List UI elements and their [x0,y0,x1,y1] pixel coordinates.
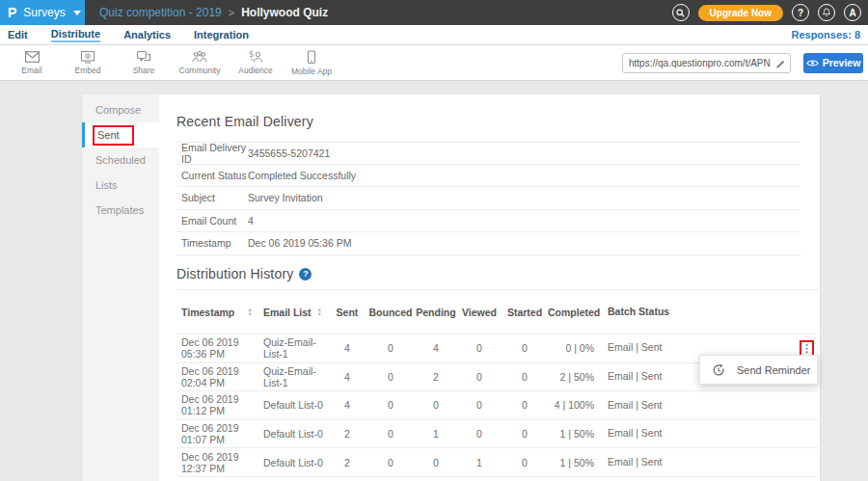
cell-started: 0 [502,399,548,411]
channel-list: Email Embed Share Community $ Audience M… [0,50,339,76]
cell-pending: 0 [415,399,457,411]
community-icon [191,50,208,64]
cell-batch-status: Email | Sent [594,399,671,413]
recent-delivery-table: Email Delivery ID3455655-5207421 Current… [176,142,800,255]
sidebar-item-templates[interactable]: Templates [82,198,159,223]
send-reminder-item[interactable]: Send Reminder [737,364,810,376]
kv-row: SubjectSurvey Invitation [176,187,800,210]
kv-value: 3455655-5207421 [248,147,330,159]
col-sent: Sent [328,307,366,318]
svg-text:$: $ [249,50,254,59]
cell-batch-status: Email | Sent [594,427,671,441]
cell-viewed: 1 [457,457,502,468]
kv-label: Timestamp [176,237,248,249]
channel-embed[interactable]: Embed [60,50,116,76]
cell-pending: 0 [415,457,457,468]
channel-label: Audience [238,66,272,75]
cell-bounced: 0 [366,457,415,468]
cell-pending: 4 [415,342,457,354]
history-row: Dec 06 2019 01:12 PM Default List-0 4 0 … [176,391,818,420]
top-bar: P Surveys Quiz competition - 2019 > Holl… [0,0,868,25]
cell-bounced: 0 [366,399,415,411]
account-avatar[interactable]: A [844,4,861,21]
col-email-list: Email List [263,307,312,318]
cell-sent: 2 [328,428,366,440]
breadcrumb-folder[interactable]: Quiz competition - 2019 [99,6,222,19]
cell-completed: 0 | 0% [548,342,594,354]
cell-started: 0 [502,428,548,440]
eye-icon [806,59,819,67]
cell-email-list: Default List-0 [258,428,328,440]
surveys-menu[interactable]: P Surveys [0,0,85,25]
cell-batch-status: Email | Sent [594,341,671,355]
cell-email-list: Default List-0 [258,457,328,468]
channel-share[interactable]: Share [116,50,172,76]
cell-sent: 4 [328,342,366,354]
col-viewed: Viewed [457,307,502,318]
responses-count[interactable]: Responses: 8 [791,29,868,40]
sort-icon[interactable]: ▲▼ [248,307,253,316]
cell-started: 0 [502,342,548,354]
cell-timestamp: Dec 06 2019 05:36 PM [176,336,258,360]
cell-sent: 4 [328,399,366,411]
chevron-down-icon [73,11,81,15]
main-panel: Recent Email Delivery Email Delivery ID3… [159,94,820,481]
questionpro-distribute-page: P Surveys Quiz competition - 2019 > Holl… [0,0,868,481]
channel-label: Share [133,66,155,75]
upgrade-now-button[interactable]: Upgrade Now [698,5,783,21]
cell-completed: 2 | 50% [548,371,594,383]
tab-integration[interactable]: Integration [194,29,249,41]
help-tooltip-icon[interactable]: ? [299,268,312,281]
history-row: Dec 06 2019 01:07 PM Default List-0 2 0 … [176,420,818,449]
cell-viewed: 0 [457,371,502,383]
channel-label: Email [21,66,41,75]
tab-distribute[interactable]: Distribute [51,28,100,42]
tab-edit[interactable]: Edit [8,29,28,41]
cell-timestamp: Dec 06 2019 01:12 PM [176,393,258,416]
kv-label: Current Status [176,170,248,181]
content-card: Compose Sent Scheduled Lists Templates R… [82,94,820,481]
kv-row: Email Count4 [176,210,800,233]
cell-completed: 1 | 50% [548,457,594,468]
mobile-app-icon [307,50,316,65]
tab-analytics[interactable]: Analytics [123,29,171,41]
annotation-highlight: Sent [93,125,134,146]
sidebar-item-lists[interactable]: Lists [82,173,159,198]
channel-email[interactable]: Email [4,50,60,76]
kv-value: Survey Invitation [248,192,323,203]
sidebar-item-compose[interactable]: Compose [82,97,159,122]
sort-icon[interactable]: ▲▼ [317,307,322,316]
cell-pending: 1 [415,428,457,440]
channel-audience[interactable]: $ Audience [228,50,284,76]
edit-url-icon[interactable] [774,57,786,74]
search-icon [675,8,686,18]
cell-batch-status: Email | Sent [594,456,671,469]
history-row: Dec 06 2019 12:37 PM Default List-0 2 0 … [176,448,818,477]
product-label: Surveys [23,6,65,19]
channel-community[interactable]: Community [172,50,228,76]
search-button[interactable] [672,4,690,21]
sidebar-item-label: Templates [95,204,144,216]
col-pending: Pending [415,307,457,318]
sidebar-item-sent[interactable]: Sent [82,122,159,147]
survey-nav: Edit Distribute Analytics Integration Re… [0,25,868,45]
notifications-button[interactable] [818,4,835,21]
preview-button[interactable]: Preview [803,53,863,73]
kv-label: Subject [176,192,248,203]
history-header-row: Timestamp▲▼ Email List▲▼ Sent Bounced Pe… [176,289,818,334]
bell-icon [822,8,831,17]
cell-batch-status: Email | Sent [594,370,671,384]
channel-mobile-app[interactable]: Mobile App [284,50,339,76]
cell-viewed: 0 [457,428,502,440]
survey-url-input[interactable] [622,53,791,73]
preview-label: Preview [823,57,861,68]
embed-icon [80,50,95,64]
channel-label: Embed [75,66,101,75]
breadcrumb-separator: > [229,7,234,18]
help-button[interactable]: ? [792,4,809,21]
kv-value: 4 [248,215,254,227]
col-timestamp: Timestamp [181,307,234,318]
sidebar-item-label: Scheduled [95,154,146,166]
sidebar-item-scheduled[interactable]: Scheduled [82,147,159,173]
cell-bounced: 0 [366,342,415,354]
